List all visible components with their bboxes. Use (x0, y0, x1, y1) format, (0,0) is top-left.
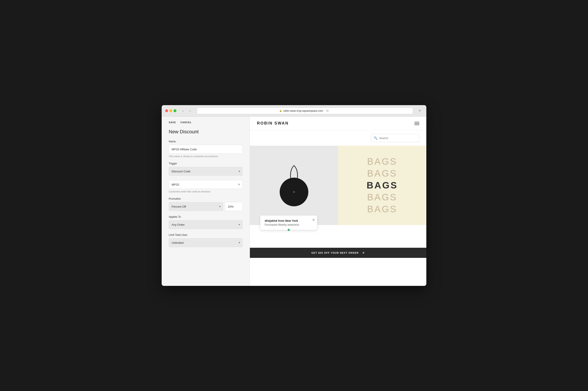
promo-bar: GET $20 OFF YOUR NEXT ORDER ✕ (250, 248, 426, 258)
search-input[interactable] (379, 136, 416, 140)
promotion-value-input[interactable] (225, 202, 243, 211)
hamburger-line (414, 123, 419, 124)
trigger-label: Trigger (169, 162, 243, 165)
bags-text-2: BAGS (367, 168, 397, 179)
svg-point-2 (293, 191, 295, 193)
right-panel: ROBIN SWAN 🔍 (250, 117, 426, 286)
limit-select[interactable]: Unlimited Limited (169, 238, 243, 247)
hamburger-icon[interactable] (414, 122, 419, 125)
panel-title: New Discount (169, 129, 243, 135)
forward-button[interactable]: › (187, 108, 193, 114)
trigger-select[interactable]: Discount Code Automatic (169, 167, 243, 176)
hamburger-line (414, 122, 419, 122)
hero-text-section: BAGS BAGS BAGS BAGS BAGS (338, 146, 426, 225)
code-field-group: ✕ Customers enter this code at checkout. (169, 180, 243, 193)
popup-subtitle: Purchased Weekly weekness (265, 223, 313, 226)
trigger-field-group: Trigger Discount Code Automatic ▾ (169, 162, 243, 176)
bag-image (274, 157, 314, 214)
applies-to-select[interactable]: Any Order Specific Products Specific Cat… (169, 220, 243, 229)
site-logo: ROBIN SWAN (257, 121, 289, 126)
nav-buttons: ‹ › (180, 108, 193, 114)
limit-label: Limit Total Uses (169, 233, 243, 236)
bags-text-3: BAGS (366, 180, 398, 191)
hero-product-image (250, 146, 338, 225)
discount-code-input[interactable] (169, 180, 243, 189)
left-panel: SAVE CANCEL New Discount Name This name … (162, 117, 250, 286)
panel-actions: SAVE CANCEL (169, 121, 243, 124)
main-content: SAVE CANCEL New Discount Name This name … (162, 117, 426, 286)
save-button[interactable]: SAVE (169, 121, 176, 124)
address-bar[interactable]: 🔒 robin-swan-trxp.squarespace.com ↻ (197, 107, 413, 114)
traffic-lights (165, 109, 176, 112)
promotion-label: Promotion (169, 197, 243, 200)
code-hint: Customers enter this code at checkout. (169, 190, 243, 193)
limit-uses-field-group: Limit Total Uses Unlimited Limited ▾ (169, 233, 243, 247)
site-header: ROBIN SWAN (250, 117, 426, 130)
trigger-select-wrapper: Discount Code Automatic ▾ (169, 167, 243, 176)
promo-bar-text: GET $20 OFF YOUR NEXT ORDER (311, 252, 359, 254)
bags-text-4: BAGS (367, 192, 397, 202)
notification-popup: ✕ dfsljakhd from New York Purchased Week… (260, 215, 317, 230)
url-text: robin-swan-trxp.squarespace.com (283, 109, 323, 112)
applies-to-select-wrapper: Any Order Specific Products Specific Cat… (169, 220, 243, 229)
applies-to-label: Applies To (169, 215, 243, 218)
hamburger-line (414, 124, 419, 125)
new-tab-button[interactable]: + (417, 108, 423, 114)
clear-code-button[interactable]: ✕ (238, 183, 240, 186)
back-button[interactable]: ‹ (180, 108, 186, 114)
maximize-button[interactable] (174, 109, 176, 112)
promotion-type-select[interactable]: Percent Off Fixed Amount Free Shipping (169, 202, 223, 211)
bags-text-5: BAGS (367, 204, 397, 214)
limit-select-wrapper: Unlimited Limited ▾ (169, 238, 243, 247)
popup-close-button[interactable]: ✕ (312, 218, 315, 222)
promotion-row: Percent Off Fixed Amount Free Shipping ▾ (169, 202, 243, 211)
search-section: 🔍 (250, 130, 426, 146)
browser-chrome: ‹ › 🔒 robin-swan-trxp.squarespace.com ↻ … (162, 105, 426, 117)
promotion-select-wrapper: Percent Off Fixed Amount Free Shipping ▾ (169, 202, 223, 211)
name-hint: This name is shown to customers at check… (169, 155, 243, 158)
applies-to-field-group: Applies To Any Order Specific Products S… (169, 215, 243, 229)
search-box[interactable]: 🔍 (371, 134, 419, 142)
popup-dot (288, 229, 290, 231)
close-button[interactable] (165, 109, 168, 112)
bags-text-1: BAGS (367, 156, 397, 167)
browser-window: ‹ › 🔒 robin-swan-trxp.squarespace.com ↻ … (162, 105, 426, 286)
promo-bar-close-button[interactable]: ✕ (362, 251, 365, 255)
bag-svg (279, 163, 309, 207)
reload-button[interactable]: ↻ (325, 108, 331, 114)
cancel-button[interactable]: CANCEL (180, 121, 192, 124)
minimize-button[interactable] (169, 109, 172, 112)
promotion-field-group: Promotion Percent Off Fixed Amount Free … (169, 197, 243, 211)
search-icon: 🔍 (374, 136, 377, 140)
name-input[interactable] (169, 145, 243, 154)
hero-section: BAGS BAGS BAGS BAGS BAGS (250, 146, 426, 225)
bags-text-stack: BAGS BAGS BAGS BAGS BAGS (366, 156, 398, 214)
name-label: Name (169, 140, 243, 143)
name-field-group: Name This name is shown to customers at … (169, 140, 243, 158)
code-input-wrapper: ✕ (169, 180, 243, 189)
popup-title: dfsljakhd from New York (265, 219, 313, 222)
lock-icon: 🔒 (279, 109, 282, 112)
